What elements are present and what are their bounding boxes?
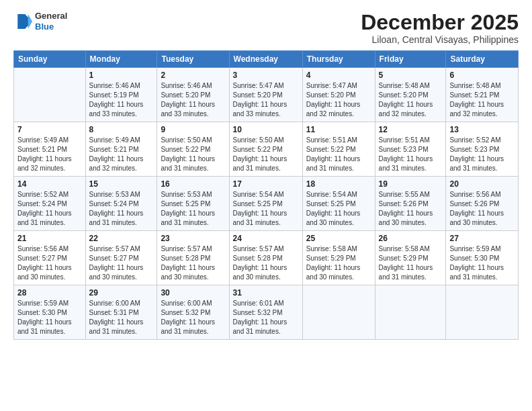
day-info: Sunrise: 5:51 AM Sunset: 5:23 PM Dayligh… [379, 136, 443, 173]
day-info: Sunrise: 5:52 AM Sunset: 5:24 PM Dayligh… [17, 190, 82, 228]
day-info: Sunrise: 5:47 AM Sunset: 5:20 PM Dayligh… [233, 81, 299, 119]
day-number: 18 [306, 179, 371, 189]
day-number: 9 [161, 125, 225, 134]
logo-text: General Blue [35, 11, 67, 32]
subtitle: Liloan, Central Visayas, Philippines [361, 34, 519, 45]
col-header-thursday: Thursday [302, 51, 375, 68]
calendar-table: SundayMondayTuesdayWednesdayThursdayFrid… [13, 50, 519, 340]
col-header-tuesday: Tuesday [157, 51, 229, 68]
day-cell: 29Sunrise: 6:00 AM Sunset: 5:31 PM Dayli… [85, 285, 157, 340]
day-number: 7 [17, 125, 82, 134]
day-number: 6 [449, 71, 515, 80]
day-cell: 11Sunrise: 5:51 AM Sunset: 5:22 PM Dayli… [302, 122, 375, 177]
day-cell: 12Sunrise: 5:51 AM Sunset: 5:23 PM Dayli… [375, 122, 446, 177]
week-row-4: 21Sunrise: 5:56 AM Sunset: 5:27 PM Dayli… [14, 231, 519, 285]
title-block: December 2025 Liloan, Central Visayas, P… [361, 11, 519, 45]
header-row: SundayMondayTuesdayWednesdayThursdayFrid… [14, 51, 519, 68]
day-info: Sunrise: 5:53 AM Sunset: 5:24 PM Dayligh… [89, 190, 154, 228]
day-cell: 31Sunrise: 6:01 AM Sunset: 5:32 PM Dayli… [229, 285, 302, 340]
day-info: Sunrise: 5:57 AM Sunset: 5:27 PM Dayligh… [89, 244, 154, 282]
day-cell: 24Sunrise: 5:57 AM Sunset: 5:28 PM Dayli… [229, 231, 302, 285]
day-cell: 16Sunrise: 5:53 AM Sunset: 5:25 PM Dayli… [157, 177, 229, 231]
day-number: 31 [233, 288, 299, 298]
day-cell: 14Sunrise: 5:52 AM Sunset: 5:24 PM Dayli… [14, 177, 86, 231]
day-number: 25 [306, 234, 371, 243]
day-cell: 10Sunrise: 5:50 AM Sunset: 5:22 PM Dayli… [229, 122, 302, 177]
day-cell: 23Sunrise: 5:57 AM Sunset: 5:28 PM Dayli… [157, 231, 229, 285]
day-cell: 5Sunrise: 5:48 AM Sunset: 5:20 PM Daylig… [375, 68, 446, 122]
col-header-saturday: Saturday [446, 51, 519, 68]
day-number: 24 [233, 234, 299, 243]
day-cell: 2Sunrise: 5:46 AM Sunset: 5:20 PM Daylig… [157, 68, 229, 122]
header: General Blue December 2025 Liloan, Centr… [13, 11, 519, 45]
day-info: Sunrise: 5:46 AM Sunset: 5:20 PM Dayligh… [161, 81, 225, 119]
day-number: 28 [17, 288, 82, 298]
day-number: 2 [161, 71, 225, 80]
day-cell: 22Sunrise: 5:57 AM Sunset: 5:27 PM Dayli… [85, 231, 157, 285]
day-info: Sunrise: 5:56 AM Sunset: 5:27 PM Dayligh… [17, 244, 82, 282]
logo-general: General [35, 11, 67, 21]
day-cell [14, 68, 86, 122]
day-cell: 15Sunrise: 5:53 AM Sunset: 5:24 PM Dayli… [85, 177, 157, 231]
day-cell: 20Sunrise: 5:56 AM Sunset: 5:26 PM Dayli… [446, 177, 519, 231]
day-cell: 17Sunrise: 5:54 AM Sunset: 5:25 PM Dayli… [229, 177, 302, 231]
day-number: 19 [379, 179, 443, 189]
day-number: 23 [161, 234, 225, 243]
day-number: 29 [89, 288, 154, 298]
day-number: 1 [89, 71, 154, 80]
day-number: 30 [161, 288, 225, 298]
logo-blue: Blue [35, 21, 67, 32]
day-info: Sunrise: 6:01 AM Sunset: 5:32 PM Dayligh… [233, 299, 299, 336]
col-header-wednesday: Wednesday [229, 51, 302, 68]
day-info: Sunrise: 5:59 AM Sunset: 5:30 PM Dayligh… [449, 244, 515, 282]
day-number: 21 [17, 234, 82, 243]
day-cell: 3Sunrise: 5:47 AM Sunset: 5:20 PM Daylig… [229, 68, 302, 122]
day-info: Sunrise: 5:49 AM Sunset: 5:21 PM Dayligh… [89, 136, 154, 173]
day-info: Sunrise: 6:00 AM Sunset: 5:31 PM Dayligh… [89, 299, 154, 336]
day-info: Sunrise: 5:46 AM Sunset: 5:19 PM Dayligh… [89, 81, 154, 119]
logo-icon [13, 12, 32, 31]
day-info: Sunrise: 5:50 AM Sunset: 5:22 PM Dayligh… [233, 136, 299, 173]
day-number: 10 [233, 125, 299, 134]
day-cell: 30Sunrise: 6:00 AM Sunset: 5:32 PM Dayli… [157, 285, 229, 340]
week-row-3: 14Sunrise: 5:52 AM Sunset: 5:24 PM Dayli… [14, 177, 519, 231]
day-cell: 6Sunrise: 5:48 AM Sunset: 5:21 PM Daylig… [446, 68, 519, 122]
day-number: 17 [233, 179, 299, 189]
day-cell: 8Sunrise: 5:49 AM Sunset: 5:21 PM Daylig… [85, 122, 157, 177]
day-info: Sunrise: 5:49 AM Sunset: 5:21 PM Dayligh… [17, 136, 82, 173]
day-info: Sunrise: 5:57 AM Sunset: 5:28 PM Dayligh… [161, 244, 225, 282]
day-cell: 26Sunrise: 5:58 AM Sunset: 5:29 PM Dayli… [375, 231, 446, 285]
day-number: 27 [449, 234, 515, 243]
col-header-monday: Monday [85, 51, 157, 68]
day-number: 13 [449, 125, 515, 134]
day-info: Sunrise: 5:47 AM Sunset: 5:20 PM Dayligh… [306, 81, 371, 119]
week-row-1: 1Sunrise: 5:46 AM Sunset: 5:19 PM Daylig… [14, 68, 519, 122]
svg-marker-1 [28, 14, 32, 29]
day-number: 20 [449, 179, 515, 189]
day-number: 4 [306, 71, 371, 80]
day-number: 15 [89, 179, 154, 189]
day-cell [446, 285, 519, 340]
day-cell: 18Sunrise: 5:54 AM Sunset: 5:25 PM Dayli… [302, 177, 375, 231]
day-number: 12 [379, 125, 443, 134]
day-number: 22 [89, 234, 154, 243]
day-number: 8 [89, 125, 154, 134]
day-info: Sunrise: 5:54 AM Sunset: 5:25 PM Dayligh… [306, 190, 371, 228]
day-number: 11 [306, 125, 371, 134]
day-info: Sunrise: 5:55 AM Sunset: 5:26 PM Dayligh… [379, 190, 443, 228]
day-cell [302, 285, 375, 340]
col-header-friday: Friday [375, 51, 446, 68]
day-cell: 27Sunrise: 5:59 AM Sunset: 5:30 PM Dayli… [446, 231, 519, 285]
day-number: 14 [17, 179, 82, 189]
col-header-sunday: Sunday [14, 51, 86, 68]
day-cell: 1Sunrise: 5:46 AM Sunset: 5:19 PM Daylig… [85, 68, 157, 122]
day-number: 16 [161, 179, 225, 189]
day-info: Sunrise: 5:51 AM Sunset: 5:22 PM Dayligh… [306, 136, 371, 173]
day-number: 26 [379, 234, 443, 243]
day-number: 5 [379, 71, 443, 80]
day-info: Sunrise: 5:48 AM Sunset: 5:20 PM Dayligh… [379, 81, 443, 119]
day-cell: 9Sunrise: 5:50 AM Sunset: 5:22 PM Daylig… [157, 122, 229, 177]
logo: General Blue [13, 11, 67, 32]
day-info: Sunrise: 5:52 AM Sunset: 5:23 PM Dayligh… [449, 136, 515, 173]
day-info: Sunrise: 5:53 AM Sunset: 5:25 PM Dayligh… [161, 190, 225, 228]
